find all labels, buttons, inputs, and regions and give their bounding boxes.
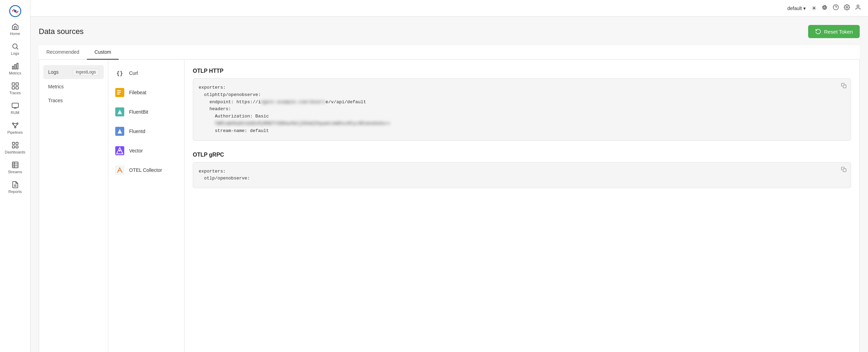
pipelines-icon <box>11 122 19 129</box>
svg-point-32 <box>846 7 848 8</box>
topbar-icons: ☀ <box>811 4 861 12</box>
sidebar-item-pipelines-label: Pipelines <box>7 130 23 134</box>
sidebar-item-pipelines[interactable]: Pipelines <box>2 119 28 137</box>
connector-vector-label: Vector <box>129 148 143 153</box>
search-icon <box>11 43 19 50</box>
org-selector[interactable]: default ▾ <box>787 6 806 11</box>
connector-curl[interactable]: {} Curl <box>111 64 181 82</box>
otlp-http-code-content: exporters: otlphttp/openobserve: endpoin… <box>199 84 845 135</box>
sidebar-item-dashboards[interactable]: Dashboards <box>2 139 28 157</box>
category-logs[interactable]: Logs ingestLogs <box>43 65 104 79</box>
sidebar-item-metrics[interactable]: Metrics <box>2 60 28 78</box>
sidebar-item-streams[interactable]: Streams <box>2 158 28 177</box>
svg-line-3 <box>17 48 18 49</box>
help-icon[interactable] <box>833 4 839 12</box>
sidebar-item-metrics-label: Metrics <box>9 71 21 75</box>
slack-icon[interactable] <box>822 4 828 12</box>
otlp-grpc-section: OTLP gRPC exporters: otlp/openobserve: <box>193 152 851 188</box>
sidebar-item-home[interactable]: Home <box>2 20 28 38</box>
org-name: default <box>787 6 802 11</box>
svg-rect-8 <box>16 83 18 85</box>
sidebar: Home Logs Metrics Traces <box>0 0 30 352</box>
svg-rect-9 <box>12 87 14 89</box>
page-content: Data sources Reset Token Recommended Cus… <box>30 17 868 352</box>
svg-rect-36 <box>117 92 121 93</box>
svg-rect-5 <box>15 64 16 69</box>
main-area: default ▾ ☀ Data sources <box>30 0 868 352</box>
svg-point-16 <box>15 127 16 128</box>
category-logs-badge: ingestLogs <box>73 69 99 76</box>
otlp-http-section: OTLP HTTP exporters: otlphttp/openobserv… <box>193 68 851 141</box>
svg-rect-45 <box>115 166 124 175</box>
sidebar-item-reports-label: Reports <box>8 190 22 194</box>
connector-fluentbit-label: FluentBit <box>129 109 148 115</box>
streams-icon <box>11 161 19 169</box>
copy-otlp-grpc-button[interactable] <box>840 165 848 175</box>
copy-otlp-http-button[interactable] <box>840 81 848 91</box>
svg-point-15 <box>17 123 18 124</box>
reset-token-label: Reset Token <box>824 29 853 35</box>
page-header: Data sources Reset Token <box>39 25 860 38</box>
traces-icon <box>11 82 19 90</box>
home-icon <box>11 23 19 30</box>
svg-rect-23 <box>16 146 18 148</box>
metrics-icon <box>11 62 19 70</box>
svg-rect-47 <box>843 85 846 88</box>
reset-icon <box>815 28 821 35</box>
reports-icon <box>11 181 19 188</box>
curl-icon: {} <box>115 68 125 78</box>
category-metrics-label: Metrics <box>48 84 64 89</box>
connector-otel[interactable]: OTEL Collector <box>111 161 181 179</box>
org-dropdown-icon: ▾ <box>803 6 806 11</box>
svg-point-2 <box>12 44 17 49</box>
filebeat-icon <box>115 87 125 98</box>
sidebar-item-rum-label: RUM <box>11 111 19 115</box>
otlp-grpc-code: exporters: otlp/openobserve: <box>193 162 851 188</box>
connector-vector[interactable]: Vector <box>111 141 181 160</box>
connector-fluentbit[interactable]: FluentBit <box>111 103 181 121</box>
svg-rect-35 <box>117 90 121 91</box>
user-icon[interactable] <box>855 4 861 12</box>
sidebar-item-logs[interactable]: Logs <box>2 40 28 58</box>
svg-rect-11 <box>12 103 18 108</box>
connector-curl-label: Curl <box>129 70 138 76</box>
page-title: Data sources <box>39 27 84 36</box>
fluentbit-icon <box>115 107 125 117</box>
theme-icon[interactable]: ☀ <box>811 5 817 12</box>
panel-code: OTLP HTTP exporters: otlphttp/openobserv… <box>184 60 859 352</box>
tab-custom[interactable]: Custom <box>87 45 119 60</box>
logo[interactable] <box>6 3 24 19</box>
reset-token-button[interactable]: Reset Token <box>808 25 860 38</box>
sidebar-item-dashboards-label: Dashboards <box>5 150 25 154</box>
fluentd-icon <box>115 126 125 137</box>
svg-line-18 <box>13 124 15 126</box>
svg-rect-10 <box>16 87 18 89</box>
sidebar-item-traces-label: Traces <box>9 91 21 95</box>
svg-rect-22 <box>12 146 14 148</box>
category-metrics[interactable]: Metrics <box>43 80 104 93</box>
data-source-panels: Logs ingestLogs Metrics Traces {} Curl <box>39 60 860 352</box>
sidebar-item-rum[interactable]: RUM <box>2 99 28 117</box>
copy-grpc-icon <box>841 167 847 172</box>
vector-icon <box>115 146 125 156</box>
svg-rect-20 <box>12 142 14 144</box>
sidebar-item-reports[interactable]: Reports <box>2 178 28 196</box>
sidebar-item-streams-label: Streams <box>8 170 22 174</box>
otlp-http-title: OTLP HTTP <box>193 68 851 74</box>
tab-recommended[interactable]: Recommended <box>39 45 87 60</box>
category-traces[interactable]: Traces <box>43 94 104 107</box>
connector-fluentd[interactable]: Fluentd <box>111 122 181 141</box>
copy-icon <box>841 83 847 88</box>
connector-fluentd-label: Fluentd <box>129 129 145 134</box>
sidebar-item-traces[interactable]: Traces <box>2 79 28 98</box>
svg-line-19 <box>15 124 17 126</box>
rum-icon <box>11 102 19 109</box>
category-traces-label: Traces <box>48 98 63 103</box>
svg-rect-4 <box>12 66 13 69</box>
sidebar-item-home-label: Home <box>10 32 20 36</box>
settings-icon[interactable] <box>844 4 850 12</box>
svg-point-14 <box>12 123 13 124</box>
svg-rect-37 <box>117 94 120 94</box>
logo-icon <box>9 5 21 17</box>
connector-filebeat[interactable]: Filebeat <box>111 83 181 102</box>
